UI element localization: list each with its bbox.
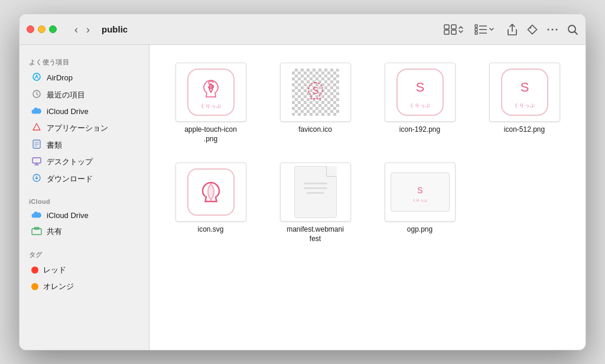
sidebar-item-red[interactable]: レッド bbox=[22, 262, 147, 278]
titlebar: ‹ › public bbox=[19, 14, 586, 45]
file-thumb-ogp: S くりっぷ bbox=[385, 162, 456, 222]
file-item-manifest[interactable]: manifest.webmanifest bbox=[266, 159, 365, 247]
icloud-icon bbox=[31, 106, 42, 116]
svg-rect-23 bbox=[32, 158, 41, 163]
ogp-inner-label: くりっぷ bbox=[412, 198, 428, 203]
svg-rect-0 bbox=[444, 25, 449, 29]
docs-label: 書類 bbox=[47, 140, 62, 151]
file-item-apple-touch-icon[interactable]: S くりっぷ apple-touch-icon.png bbox=[161, 59, 260, 147]
filename-iconsvg: icon.svg bbox=[197, 225, 223, 235]
svg-icon-box bbox=[187, 168, 235, 216]
svg-rect-6 bbox=[475, 32, 477, 34]
sidebar-item-airdrop[interactable]: AirDrop bbox=[22, 69, 147, 86]
sidebar-item-orange[interactable]: オレンジ bbox=[22, 278, 147, 295]
file-area: S くりっぷ apple-touch-icon.png bbox=[149, 45, 586, 350]
svg-text:S: S bbox=[207, 79, 214, 91]
search-button[interactable] bbox=[567, 24, 578, 35]
app-icon-apple-touch: S くりっぷ bbox=[187, 69, 235, 116]
filename-ogp: ogp.png bbox=[407, 225, 432, 235]
shared-label: 共有 bbox=[47, 226, 62, 237]
svg-point-16 bbox=[33, 73, 40, 80]
file-grid: S くりっぷ apple-touch-icon.png bbox=[161, 59, 574, 247]
icloud2-label: iCloud Drive bbox=[47, 211, 89, 220]
apps-icon bbox=[31, 122, 42, 134]
tag-button[interactable] bbox=[526, 24, 538, 35]
file-thumb-icon512: S くりっぷ bbox=[489, 63, 560, 122]
file-thumb-manifest bbox=[280, 162, 351, 222]
favorites-header: よく使う項目 bbox=[19, 53, 149, 69]
svg-point-10 bbox=[530, 27, 531, 28]
svg-rect-3 bbox=[451, 30, 456, 34]
downloads-icon bbox=[31, 173, 42, 184]
chevron-updown-icon bbox=[458, 25, 464, 34]
svg-point-17 bbox=[36, 75, 37, 76]
filename-icon192: icon-192.png bbox=[399, 125, 440, 135]
file-item-ogp[interactable]: S くりっぷ ogp.png bbox=[370, 159, 469, 247]
finder-window: ‹ › public bbox=[19, 14, 586, 350]
traffic-lights bbox=[27, 25, 57, 33]
minimize-button[interactable] bbox=[38, 25, 45, 33]
file-thumb-icon192: S くりっぷ bbox=[385, 63, 456, 122]
sidebar-item-downloads[interactable]: ダウンロード bbox=[22, 170, 147, 187]
filename-manifest: manifest.webmanifest bbox=[287, 225, 344, 243]
red-tag-dot bbox=[31, 266, 38, 274]
maximize-button[interactable] bbox=[49, 25, 57, 33]
sidebar-item-documents[interactable]: 書類 bbox=[22, 136, 147, 154]
airdrop-label: AirDrop bbox=[47, 73, 73, 82]
icloud2-icon bbox=[31, 210, 42, 220]
svg-rect-1 bbox=[451, 25, 456, 29]
share-button[interactable] bbox=[506, 23, 518, 36]
more-button[interactable] bbox=[547, 24, 558, 35]
forward-button[interactable]: › bbox=[83, 23, 93, 36]
svg-text:S: S bbox=[520, 80, 529, 95]
icon512-label: くりっぷ bbox=[514, 102, 535, 109]
sidebar: よく使う項目 AirDrop 最 bbox=[19, 45, 149, 350]
file-item-icon512[interactable]: S くりっぷ icon-512.png bbox=[475, 59, 574, 147]
file-thumb-favicon: S bbox=[280, 63, 351, 122]
tags-header: タグ bbox=[19, 246, 149, 262]
recent-icon bbox=[31, 89, 42, 100]
sidebar-item-icloud[interactable]: iCloud Drive bbox=[22, 103, 147, 119]
svg-line-15 bbox=[575, 31, 578, 34]
ogp-icon-group: S くりっぷ bbox=[411, 181, 429, 203]
svg-point-13 bbox=[556, 28, 558, 30]
file-item-favicon[interactable]: S favicon.ico bbox=[266, 59, 365, 147]
app-icon-512: S くりっぷ bbox=[501, 69, 548, 116]
icon-label: くりっぷ bbox=[200, 103, 222, 109]
file-item-iconsvg[interactable]: icon.svg bbox=[161, 159, 260, 247]
svg-rect-2 bbox=[444, 30, 449, 34]
main-content: よく使う項目 AirDrop 最 bbox=[19, 45, 586, 350]
svg-rect-5 bbox=[475, 28, 477, 31]
filename-icon512: icon-512.png bbox=[504, 125, 545, 135]
sidebar-item-recent[interactable]: 最近の項目 bbox=[22, 86, 147, 103]
back-button[interactable]: ‹ bbox=[71, 23, 82, 36]
close-button[interactable] bbox=[27, 25, 34, 33]
favicon-bg: S bbox=[292, 69, 339, 116]
ogp-thumb-box: S くりっぷ bbox=[391, 173, 450, 212]
svg-text:S: S bbox=[312, 86, 318, 96]
view-toggle-list[interactable] bbox=[474, 24, 495, 35]
svg-point-12 bbox=[552, 28, 554, 30]
sidebar-item-applications[interactable]: アプリケーション bbox=[22, 119, 147, 136]
desktop-label: デスクトップ bbox=[47, 157, 93, 167]
view-toggle-grid[interactable] bbox=[444, 24, 464, 35]
sidebar-item-icloud2[interactable]: iCloud Drive bbox=[22, 207, 147, 223]
svg-rect-4 bbox=[475, 25, 477, 27]
desktop-icon bbox=[31, 157, 42, 167]
sidebar-item-desktop[interactable]: デスクトップ bbox=[22, 154, 147, 170]
filename-favicon: favicon.ico bbox=[298, 125, 332, 135]
orange-tag-label: オレンジ bbox=[43, 281, 74, 292]
downloads-label: ダウンロード bbox=[47, 174, 93, 184]
orange-tag-dot bbox=[31, 283, 38, 290]
manifest-file-icon bbox=[294, 166, 337, 218]
icloud-label: iCloud Drive bbox=[47, 107, 89, 116]
nav-buttons: ‹ › bbox=[71, 23, 93, 36]
icloud-header: iCloud bbox=[19, 193, 149, 207]
toolbar-controls bbox=[444, 23, 578, 36]
app-icon-192: S くりっぷ bbox=[396, 69, 444, 116]
docs-icon bbox=[31, 139, 42, 151]
file-item-icon192[interactable]: S くりっぷ icon-192.png bbox=[370, 59, 469, 147]
shared-icon bbox=[31, 227, 42, 237]
svg-point-11 bbox=[548, 28, 549, 30]
sidebar-item-shared[interactable]: 共有 bbox=[22, 223, 147, 240]
